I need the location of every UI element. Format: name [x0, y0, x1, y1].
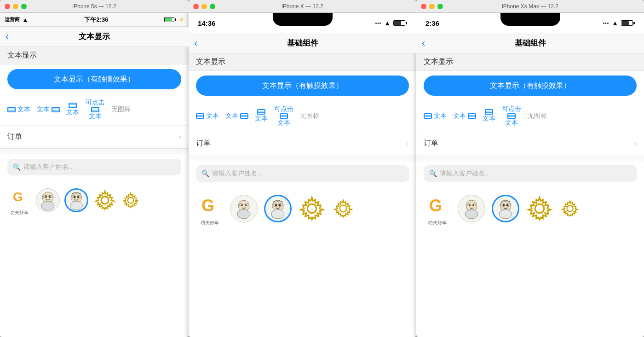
text-item-stacked-xs[interactable]: 文本 [483, 109, 495, 123]
chevron-xs: › [634, 139, 637, 148]
time-x: 14:36 [198, 19, 215, 27]
text-item-icon-left-5s[interactable]: 文本 [7, 105, 30, 114]
section-header-5s: 文本显示 [0, 47, 189, 64]
comic-avatar2-xs[interactable] [492, 195, 519, 222]
scroll-area-5s[interactable]: 文本显示 文本显示（有触摸效果） 文本 文本 [0, 47, 189, 337]
search-bar-5s[interactable]: 🔍 请输入客户姓名... [7, 159, 181, 175]
comic-avatar1-x[interactable] [230, 195, 258, 222]
battery-area: ⚡ [164, 17, 184, 22]
text-item-2-x[interactable]: 文本 [225, 112, 248, 120]
close-button-xs[interactable] [421, 4, 426, 9]
no-icon-label-5s: 无图标 [111, 105, 131, 113]
text-item-noicon-xs[interactable]: 无图标 [528, 112, 547, 120]
svg-point-2 [41, 201, 54, 210]
simulator-title: iPhone 5s — 12.2 [72, 3, 116, 10]
scroll-area-xs[interactable]: 文本显示 文本显示（有触摸效果） 文本 文本 [416, 53, 644, 337]
title-bar-5s: iPhone 5s — 12.2 [0, 0, 189, 13]
close-button-x[interactable] [193, 4, 199, 9]
list-row-orders-5s[interactable]: 订单 › [0, 126, 189, 149]
icon-2-x [240, 113, 248, 119]
search-placeholder-xs: 请输入客户姓名... [440, 169, 490, 178]
simulator-title-x: iPhone X — 12.2 [282, 3, 323, 10]
iphone-xs-max-window: iPhone Xs Max — 12.2 2:36 ••• ▲ [416, 0, 644, 337]
scroll-area-x[interactable]: 文本显示 文本显示（有触摸效果） 文本 文本 [189, 53, 416, 337]
text-item-1-xs[interactable]: 文本 [424, 112, 447, 120]
back-button-x[interactable]: ‹ [194, 37, 197, 49]
signal-dots-x: ••• [375, 21, 382, 26]
phone-content-5s: 运营商 ▲ 下午2:36 ⚡ ‹ 文本显示 文本显示 [0, 13, 189, 337]
comic-avatar2-5s[interactable] [64, 188, 88, 212]
g-logo-xs[interactable]: G [424, 191, 451, 219]
text-item-clickable-xs[interactable]: 可点击 文本 [502, 105, 521, 127]
svg-point-45 [535, 204, 544, 213]
battery-icon-x [393, 20, 407, 26]
maximize-button[interactable] [21, 4, 27, 9]
comic1-svg-xs [460, 198, 483, 220]
search-bar-xs[interactable]: 🔍 请输入客户姓名... [424, 165, 637, 182]
section-label-x: 文本显示 [196, 58, 225, 65]
maximize-button-xs[interactable] [437, 4, 443, 9]
svg-point-34 [465, 209, 478, 219]
gear-large-svg-xs [526, 195, 553, 222]
minimize-button-x[interactable] [201, 4, 207, 9]
text-item-clickable-5s[interactable]: 可点击 文本 [86, 99, 105, 121]
avatar-row-5s: G 功夫好车 [0, 180, 189, 221]
text-item-1-x[interactable]: 文本 [196, 112, 219, 120]
text-item-2-xs[interactable]: 文本 [453, 112, 476, 120]
g-logo-5s[interactable]: G [7, 185, 31, 209]
spacer-xs [416, 155, 644, 161]
nav-header-x: ‹ 基础组件 [189, 33, 416, 53]
minimize-button[interactable] [13, 4, 18, 9]
text-item-stacked-x[interactable]: 文本 [255, 109, 268, 123]
comic-avatar2-x[interactable] [264, 195, 292, 222]
comic-avatar1-5s[interactable] [36, 188, 60, 212]
gear-large-5s[interactable] [93, 188, 117, 212]
maximize-button-x[interactable] [210, 4, 215, 9]
icon-2-xs [468, 113, 476, 119]
right-icon-5s [52, 107, 60, 112]
gear-large-xs[interactable] [526, 195, 553, 222]
chevron-icon-5s: › [179, 133, 181, 141]
touch-button-5s[interactable]: 文本显示（有触摸效果） [7, 69, 181, 89]
signal-dots-xs: ••• [603, 21, 610, 26]
comic-avatar1-xs[interactable] [458, 195, 485, 222]
g-logo-x[interactable]: G [196, 191, 224, 219]
gear-small-xs[interactable] [560, 198, 580, 219]
touch-button-xs[interactable]: 文本显示（有触摸效果） [424, 76, 637, 96]
status-icons-x: ••• ▲ [375, 19, 407, 27]
svg-point-25 [271, 209, 284, 219]
search-placeholder-x: 请输入客户姓名... [212, 169, 263, 178]
carrier-wifi: 运营商 ▲ [5, 16, 29, 23]
text-item-stacked-5s[interactable]: 文本 [66, 103, 79, 116]
text-1-xs: 文本 [434, 112, 447, 120]
text-label-1-5s: 文本 [17, 105, 30, 114]
list-row-orders-xs[interactable]: 订单 › [416, 132, 644, 155]
comic1-svg-5s [37, 189, 59, 211]
orders-label-xs: 订单 [424, 139, 634, 148]
close-button[interactable] [5, 4, 10, 9]
charging-icon: ⚡ [178, 17, 184, 22]
gear-large-x[interactable] [298, 195, 326, 222]
minimize-button-xs[interactable] [429, 4, 435, 9]
gear-small-x[interactable] [332, 198, 354, 220]
text-item-noicon-5s[interactable]: 无图标 [111, 105, 131, 114]
gear-large-svg-5s [94, 189, 116, 211]
gear-small-5s[interactable] [121, 191, 140, 209]
orders-label-5s: 订单 [7, 132, 179, 142]
text-item-noicon-x[interactable]: 无图标 [300, 112, 319, 120]
status-icons-xs: ••• ▲ [603, 19, 635, 27]
text-item-icon-right-5s[interactable]: 文本 [37, 105, 60, 114]
back-button-5s[interactable]: ‹ [6, 31, 9, 43]
g-label-xs: 功夫好车 [428, 220, 447, 226]
g-logo-col-5s: G 功夫好车 [7, 185, 31, 216]
text-item-clickable-x[interactable]: 可点击 文本 [274, 105, 293, 127]
search-bar-x[interactable]: 🔍 请输入客户姓名... [196, 165, 409, 182]
list-row-orders-x[interactable]: 订单 › [189, 132, 416, 155]
text-stacked-x: 文本 [255, 115, 268, 123]
left-icon-5s [7, 107, 16, 112]
text-label-2-5s: 文本 [37, 105, 50, 114]
clickable-icon-xs [507, 113, 516, 119]
back-button-xs[interactable]: ‹ [422, 37, 425, 49]
touch-button-x[interactable]: 文本显示（有触摸效果） [196, 76, 409, 96]
svg-point-19 [237, 209, 250, 219]
